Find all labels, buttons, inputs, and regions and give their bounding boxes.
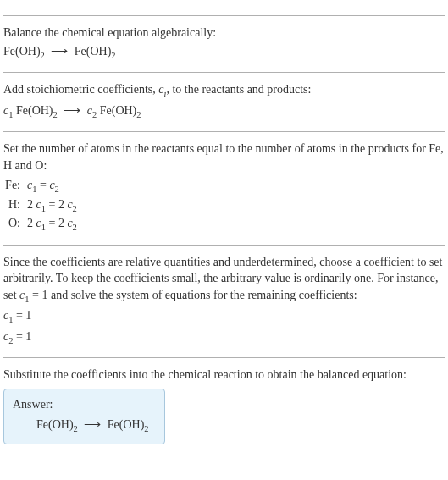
prompt-part-b: , to the reactants and products: — [166, 83, 311, 96]
res-val: = 1 — [13, 330, 31, 343]
species-2-sub: 2 — [136, 109, 141, 119]
balance-eq: 2 c1 = 2 c2 — [27, 196, 82, 215]
rhs-coef: 2 — [58, 217, 68, 229]
eq-sign: = — [46, 198, 58, 211]
balance-eq: c1 = c2 — [27, 177, 82, 196]
balanced-equation: Fe(OH)2 ⟶ Fe(OH)2 — [13, 417, 149, 435]
balance-eq: 2 c1 = 2 c2 — [27, 215, 82, 234]
product-species: Fe(OH) — [108, 418, 145, 431]
section-add-coefficients: Add stoichiometric coefficients, ci, to … — [3, 72, 445, 121]
atom-balance-table: Fe: c1 = c2 H: 2 c1 = 2 c2 O: 2 c1 = 2 c… — [3, 177, 82, 234]
prompt-text: Balance the chemical equation algebraica… — [3, 25, 445, 41]
reaction-arrow-icon: ⟶ — [60, 104, 84, 117]
eq-sign: = — [46, 217, 58, 229]
result-line: c2 = 1 — [3, 328, 445, 347]
unbalanced-equation: Fe(OH)2 ⟶ Fe(OH)2 — [3, 43, 445, 62]
reactant-sub: 2 — [74, 423, 78, 433]
prompt-part-b: and solve the system of equations for th… — [47, 289, 357, 301]
res-val: = 1 — [13, 309, 31, 322]
section-answer: Substitute the coefficients into the che… — [3, 357, 445, 444]
reaction-arrow-icon: ⟶ — [80, 418, 104, 431]
answer-box: Answer: Fe(OH)2 ⟶ Fe(OH)2 — [3, 389, 165, 444]
prompt-text: Set the number of atoms in the reactants… — [3, 141, 445, 174]
element-label: H: — [3, 196, 27, 215]
result-line: c1 = 1 — [3, 307, 445, 326]
table-row: Fe: c1 = c2 — [3, 177, 82, 196]
rhs-sub: 2 — [73, 204, 77, 213]
cset-val: = 1 — [30, 289, 48, 301]
element-label: Fe: — [3, 177, 27, 196]
section-atom-balance: Set the number of atoms in the reactants… — [3, 131, 445, 234]
answer-label: Answer: — [13, 396, 149, 413]
coeff-equation: c1 Fe(OH)2 ⟶ c2 Fe(OH)2 — [3, 102, 445, 121]
rhs-coef: 2 — [58, 198, 68, 211]
species-2: Fe(OH) — [97, 104, 136, 117]
element-label: O: — [3, 215, 27, 234]
rhs-sub: 2 — [73, 223, 77, 232]
table-row: H: 2 c1 = 2 c2 — [3, 196, 82, 215]
lhs-coef: 2 — [27, 198, 36, 211]
prompt-text: Since the coefficients are relative quan… — [3, 254, 445, 306]
product-sub: 2 — [111, 50, 115, 59]
section-balance-prompt: Balance the chemical equation algebraica… — [3, 15, 445, 62]
rhs-sub: 2 — [55, 185, 59, 194]
product-species: Fe(OH) — [75, 45, 112, 58]
prompt-part-a: Add stoichiometric coefficients, — [3, 83, 158, 96]
reaction-arrow-icon: ⟶ — [47, 45, 71, 58]
prompt-text: Add stoichiometric coefficients, ci, to … — [3, 81, 445, 100]
species-1-sub: 2 — [53, 109, 58, 119]
reactant-species: Fe(OH) — [3, 45, 41, 58]
reactant-sub: 2 — [41, 50, 45, 59]
lhs-coef: 2 — [27, 217, 36, 229]
eq-sign: = — [36, 179, 49, 191]
prompt-text: Substitute the coefficients into the che… — [3, 367, 445, 383]
table-row: O: 2 c1 = 2 c2 — [3, 215, 82, 234]
reactant-species: Fe(OH) — [36, 418, 74, 431]
product-sub: 2 — [144, 423, 148, 433]
section-solve: Since the coefficients are relative quan… — [3, 245, 445, 348]
species-1: Fe(OH) — [13, 104, 53, 117]
